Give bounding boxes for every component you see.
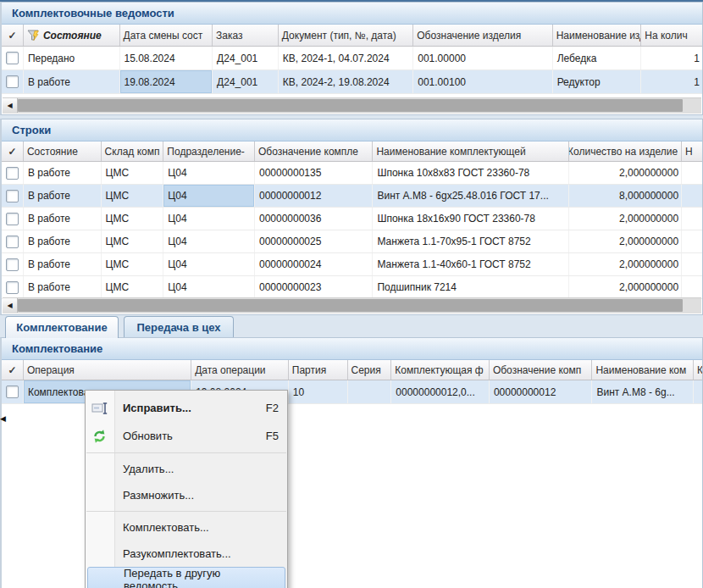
cell-component-code[interactable]: 00000000012 [255, 185, 373, 207]
menu-item-komplektovat[interactable]: Комплектовать... [86, 514, 287, 541]
cell-state[interactable]: Передано [24, 47, 120, 69]
horizontal-scrollbar[interactable]: ◀ [3, 97, 701, 114]
column-header-component[interactable]: Комплектующая ф [391, 360, 490, 380]
cell-partial[interactable] [682, 253, 702, 275]
table-row[interactable]: В работе ЦМС Ц04 00000000024 Манжета 1.1… [2, 253, 702, 276]
cell-warehouse[interactable]: ЦМС [102, 276, 164, 298]
cell-partial[interactable] [682, 162, 702, 184]
column-header-component-name[interactable]: Наименование ком [592, 360, 694, 380]
cell-warehouse[interactable]: ЦМС [102, 185, 164, 207]
cell-product-name[interactable]: Редуктор [553, 70, 642, 93]
row-checkbox[interactable] [2, 47, 24, 69]
cell-document[interactable]: КВ, 2024-2, 19.08.2024 [279, 70, 413, 93]
cell-partial[interactable] [682, 276, 702, 298]
cell-warehouse[interactable]: ЦМС [102, 162, 164, 184]
table-row[interactable]: В работе ЦМС Ц04 00000000025 Манжета 1.1… [2, 230, 702, 253]
cell-qty[interactable]: 2,000000000 [569, 230, 683, 252]
row-checkbox[interactable] [2, 185, 24, 207]
cell-component-name[interactable]: Шпонка 10х8х83 ГОСТ 23360-78 [373, 162, 568, 184]
column-header-component-code[interactable]: Обозначение комп [490, 360, 593, 380]
row-checkbox[interactable] [2, 380, 24, 403]
column-header-warehouse[interactable]: Склад комп [102, 141, 164, 161]
scrollbar-thumb[interactable] [18, 299, 683, 312]
cell-department[interactable]: Ц04 [163, 253, 255, 275]
cell-component-name[interactable]: Шпонка 18х16х90 ГОСТ 23360-78 [373, 208, 568, 230]
column-header-series[interactable]: Серия [348, 360, 392, 380]
cell-state[interactable]: В работе [24, 276, 102, 298]
menu-item-delete[interactable]: Удалить... [86, 456, 287, 482]
cell-department-focused[interactable]: Ц04 [163, 185, 255, 207]
cell-component-name[interactable]: Манжета 1.1-70х95-1 ГОСТ 8752 [373, 230, 568, 252]
cell-state[interactable]: В работе [24, 208, 102, 230]
column-header-partial[interactable]: Н [682, 141, 702, 161]
cell-qty[interactable]: 2,000000000 [569, 253, 683, 275]
column-header-component-name[interactable]: Наименование комплектующей [373, 141, 568, 161]
cell-partial[interactable] [682, 208, 702, 230]
cell-qty[interactable]: 8,000000000 [569, 185, 683, 207]
cell-component-code[interactable]: 00000000012 [490, 380, 593, 403]
cell-document[interactable]: КВ, 2024-1, 04.07.2024 [279, 47, 413, 69]
menu-item-transfer-to-other-vedomost[interactable]: Передать в другую ведомость... [87, 567, 285, 588]
row-checkbox[interactable] [2, 162, 24, 184]
cell-product-code[interactable]: 001.00000 [413, 47, 552, 69]
column-header-operation-date[interactable]: Дата операции [191, 360, 289, 380]
cell-component-code[interactable]: 00000000024 [255, 253, 373, 275]
table-row[interactable]: В работе ЦМС Ц04 00000000135 Шпонка 10х8… [2, 162, 702, 185]
column-header-date[interactable]: Дата смены сост [120, 25, 213, 46]
cell-component[interactable]: 00000000012,0... [391, 380, 490, 403]
cell-component-code[interactable]: 00000000036 [255, 208, 373, 230]
cell-component-code[interactable]: 00000000025 [255, 230, 373, 252]
cell-state[interactable]: В работе [24, 185, 102, 207]
cell-qty[interactable]: 1 [641, 47, 702, 69]
cell-state[interactable]: В работе [24, 70, 120, 93]
column-header-batch[interactable]: Партия [289, 360, 348, 380]
cell-department[interactable]: Ц04 [163, 230, 255, 252]
table-row[interactable]: В работе ЦМС Ц04 00000000036 Шпонка 18х1… [2, 208, 702, 230]
cell-date-focused[interactable]: 19.08.2024 [120, 70, 213, 93]
cell-order[interactable]: Д24_001 [213, 47, 279, 69]
cell-qty[interactable]: 1 [641, 70, 702, 93]
scroll-left-button[interactable]: ◀ [3, 298, 18, 313]
column-header-checkbox[interactable]: ✓ [2, 25, 24, 46]
cell-component-name[interactable]: Подшипник 7214 [373, 276, 568, 298]
column-header-checkbox[interactable]: ✓ [2, 141, 24, 161]
cell-warehouse[interactable]: ЦМС [102, 253, 164, 275]
column-header-operation[interactable]: Операция [24, 360, 191, 380]
cell-state[interactable]: В работе [24, 230, 102, 252]
column-header-qty-per-item[interactable]: Количество на изделие [569, 141, 683, 161]
cell-date[interactable]: 15.08.2024 [120, 47, 213, 69]
table-row-selected[interactable]: В работе 19.08.2024 Д24_001 КВ, 2024-2, … [2, 70, 702, 94]
cell-department[interactable]: Ц04 [163, 208, 255, 230]
cell-department[interactable]: Ц04 [163, 276, 255, 298]
tab-peredacha-v-ceh[interactable]: Передача в цех [124, 316, 234, 338]
cell-product-code[interactable]: 001.00100 [413, 70, 552, 93]
menu-item-razukomplektovat[interactable]: Разукомплектовать... [86, 541, 287, 567]
cell-component-code[interactable]: 00000000023 [255, 276, 373, 298]
scroll-left-arrow[interactable]: ◀ [0, 414, 6, 423]
column-header-state[interactable]: Состояние [24, 25, 120, 46]
cell-series[interactable] [348, 380, 392, 403]
cell-state[interactable]: В работе [24, 162, 102, 184]
row-checkbox[interactable] [2, 208, 24, 230]
row-checkbox[interactable] [2, 276, 24, 298]
column-header-qty[interactable]: На колич [641, 25, 702, 46]
column-header-order[interactable]: Заказ [213, 25, 279, 46]
cell-partial[interactable] [682, 230, 702, 252]
column-header-partial[interactable]: К [694, 360, 702, 380]
cell-component-name[interactable]: Винт А.М8 - 6g... [592, 380, 694, 403]
cell-partial[interactable] [694, 380, 702, 403]
row-checkbox[interactable] [2, 253, 24, 275]
cell-component-code[interactable]: 00000000135 [255, 162, 373, 184]
cell-warehouse[interactable]: ЦМС [102, 230, 164, 252]
scrollbar-thumb[interactable] [18, 99, 683, 112]
table-row-selected[interactable]: В работе ЦМС Ц04 00000000012 Винт А.М8 -… [2, 185, 702, 208]
menu-item-duplicate[interactable]: Размножить... [86, 482, 287, 508]
menu-item-edit[interactable]: Исправить... F2 [86, 394, 287, 422]
column-header-product-name[interactable]: Наименование изд [553, 25, 642, 46]
column-header-product-code[interactable]: Обозначение изделия [413, 25, 552, 46]
table-row[interactable]: В работе ЦМС Ц04 00000000023 Подшипник 7… [2, 276, 702, 299]
cell-component-name[interactable]: Манжета 1.1-40х60-1 ГОСТ 8752 [373, 253, 568, 275]
tab-komplektovanie[interactable]: Комплектование [5, 316, 119, 338]
cell-qty[interactable]: 2,000000000 [569, 276, 683, 298]
column-header-department[interactable]: Подразделение- [163, 141, 255, 161]
